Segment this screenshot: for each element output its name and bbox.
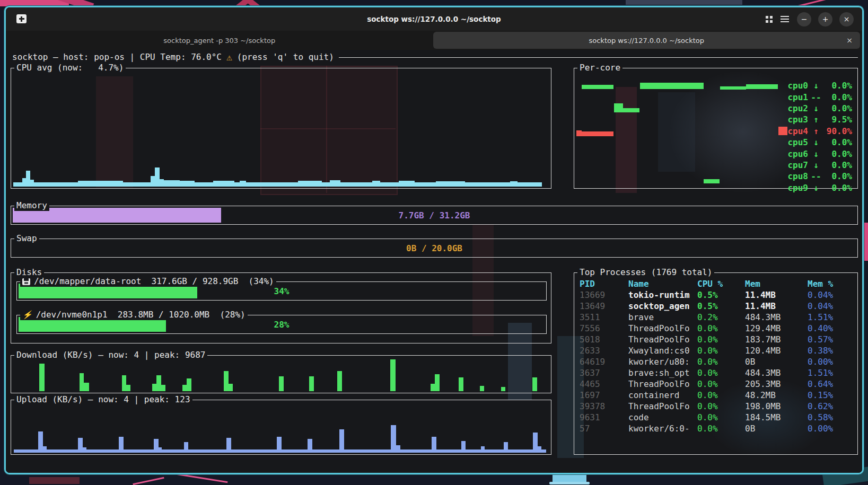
disk-title: /dev/mapper/data-root 317.6GB / 928.9GB … <box>34 276 274 287</box>
col-mem: Mem <box>745 279 808 289</box>
download-bar <box>152 384 156 391</box>
process-mem-percent: 1.51% <box>808 312 854 322</box>
upload-bar <box>226 438 231 453</box>
core-value: 0.0% <box>824 160 852 170</box>
download-bar <box>39 364 45 391</box>
disk-title: /dev/nvme0n1p1 283.8MB / 1020.0MB (28%) <box>36 310 246 320</box>
process-row: 2633Xwayland:cs00.0%120.4MB0.38% <box>580 345 854 356</box>
core-row: cpu5↓0.0% <box>787 137 852 148</box>
core-value: 9.5% <box>824 114 852 125</box>
status-text: socktop — host: pop-os | CPU Temp: 76.0°… <box>12 52 222 62</box>
core-spark-bar <box>582 131 613 136</box>
minimize-button[interactable]: − <box>797 12 811 27</box>
tab-bar: socktop_agent -p 303 ~/socktop socktop w… <box>6 31 862 50</box>
process-mem-percent: 0.40% <box>808 323 854 333</box>
process-mem: 484.3MB <box>745 312 808 322</box>
core-row: cpu4↑90.0% <box>787 126 852 137</box>
upload-bar <box>504 442 508 453</box>
process-cpu: 0.0% <box>697 357 745 367</box>
core-trend-icon: ↓ <box>808 183 824 193</box>
memory-label: 7.7GB / 31.2GB <box>13 208 856 223</box>
core-row: cpu8--0.0% <box>787 171 852 182</box>
process-mem-percent: 1.51% <box>808 368 854 378</box>
process-pid: 3511 <box>580 312 628 322</box>
swap-panel: Swap 0B / 20.0GB <box>11 239 858 258</box>
download-bar <box>279 376 284 391</box>
tab-socktop-agent[interactable]: socktop_agent -p 303 ~/socktop <box>6 31 433 50</box>
process-cpu: 0.5% <box>697 301 745 311</box>
window-titlebar[interactable]: socktop ws://127.0.0.0 ~/socktop − + × <box>6 7 862 31</box>
cpu-avg-title: CPU avg (now: 4.7%) <box>14 63 126 73</box>
process-row: 13669tokio-runtim0.5%11.4MB0.04% <box>580 289 854 301</box>
process-name: ThreadPoolFo <box>628 334 697 345</box>
hamburger-menu-icon[interactable] <box>781 19 789 20</box>
process-name: code <box>628 412 697 422</box>
core-row: cpu6↓0.0% <box>787 148 852 159</box>
process-mem: 0B <box>745 424 808 434</box>
process-pid: 9631 <box>580 412 628 422</box>
process-mem-percent: 0.38% <box>808 346 854 356</box>
process-name: brave:sh_opt <box>628 368 697 378</box>
process-mem-percent: 0.15% <box>808 390 854 400</box>
process-row: 7556ThreadPoolFo0.0%129.4MB0.40% <box>580 323 854 334</box>
process-mem-percent: 0.00% <box>808 424 854 434</box>
process-pid: 4465 <box>580 379 628 389</box>
terminal-window: socktop ws://127.0.0.0 ~/socktop − + × s… <box>4 6 864 474</box>
process-pid: 5018 <box>580 334 628 345</box>
process-pid: 13669 <box>580 290 628 300</box>
status-suffix: (press 'q' to quit) <box>237 52 334 62</box>
memory-gauge: 7.7GB / 31.2GB <box>13 208 856 223</box>
core-name: cpu6 <box>787 149 808 159</box>
core-name: cpu0 <box>787 81 808 91</box>
process-mem: 120.4MB <box>745 346 808 356</box>
process-row: 9631code0.0%184.5MB0.58% <box>580 412 854 423</box>
process-mem-percent: 0.04% <box>808 290 854 300</box>
processes-panel: Top Processes (1769 total) PID Name CPU … <box>574 272 858 455</box>
upload-bar <box>339 429 344 453</box>
close-button[interactable]: × <box>839 12 854 27</box>
window-title: socktop ws://127.0.0.0 ~/socktop <box>6 7 862 31</box>
process-mem: 484.3MB <box>745 368 808 378</box>
cpu-avg-bar <box>30 180 34 187</box>
core-trend-icon: ↓ <box>808 149 824 159</box>
process-name: ThreadPoolFo <box>628 401 697 411</box>
tab-socktop-active[interactable]: socktop ws://127.0.0.0 ~/socktop × <box>433 32 861 49</box>
core-value: 0.0% <box>824 171 852 181</box>
download-bar <box>435 374 440 391</box>
download-bar <box>187 378 191 391</box>
core-spark-bar <box>746 84 778 89</box>
process-row: 39378ThreadPoolFo0.0%198.0MB0.62% <box>580 401 854 412</box>
process-cpu: 0.0% <box>697 379 745 389</box>
core-row: cpu1--0.0% <box>787 91 852 102</box>
download-bar <box>182 385 187 391</box>
upload-bar <box>158 447 162 453</box>
download-bar <box>126 385 130 391</box>
process-name: ThreadPoolFo <box>628 323 697 333</box>
process-cpu: 0.0% <box>697 334 745 345</box>
core-name: cpu4 <box>787 126 808 136</box>
process-pid: 7556 <box>580 323 628 333</box>
cpu-avg-bar <box>160 179 164 187</box>
core-name: cpu7 <box>787 160 808 170</box>
process-name: brave <box>628 312 697 322</box>
wallpaper-dark-red-blob <box>29 477 80 484</box>
tab-close-icon[interactable]: × <box>846 36 853 45</box>
cpu-avg-bar <box>510 181 518 187</box>
layout-grid-icon[interactable] <box>766 16 773 23</box>
process-row: 4465ThreadPoolFo0.0%205.3MB0.64% <box>580 378 854 390</box>
process-cpu: 0.0% <box>697 424 745 434</box>
core-trend-icon: ↓ <box>808 137 824 147</box>
process-row: 57kworker/6:0-0.0%0B0.00% <box>580 423 854 434</box>
process-pid: 13649 <box>580 301 628 311</box>
upload-bar <box>43 446 47 453</box>
disks-panel: Disks /dev/mapper/data-root 317.6GB / 92… <box>11 272 551 343</box>
process-cpu: 0.0% <box>697 401 745 411</box>
process-mem-percent: 0.64% <box>808 379 854 389</box>
disk-panel-nvme: ⚡/dev/nvme0n1p1 283.8MB / 1020.0MB (28%)… <box>16 315 547 334</box>
tab-label: socktop ws://127.0.0.0 ~/socktop <box>589 37 704 45</box>
maximize-button[interactable]: + <box>818 12 832 27</box>
wallpaper-right-sliver <box>864 223 868 261</box>
process-name: Xwayland:cs0 <box>628 346 697 356</box>
process-mem: 11.4MB <box>745 290 808 300</box>
process-pid: 64619 <box>580 357 628 367</box>
